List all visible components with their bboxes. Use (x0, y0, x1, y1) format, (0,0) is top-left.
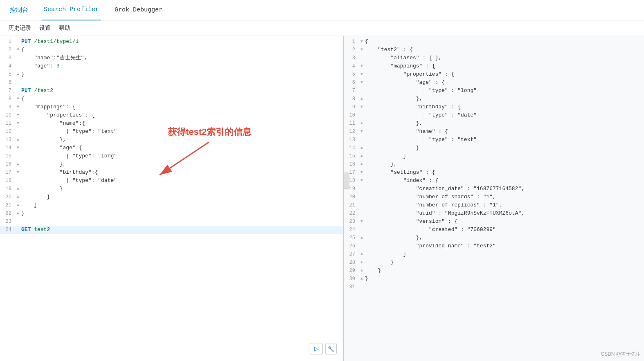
fold-button[interactable]: ▼ (15, 95, 21, 103)
line-content: } (21, 209, 343, 217)
line-number: 23 (0, 217, 15, 226)
code-line: 6▼ "age" : { (344, 78, 644, 87)
line-content: PUT /test2 (21, 87, 343, 95)
line-number: 3 (0, 54, 15, 62)
fold-button[interactable]: ▼ (15, 103, 21, 111)
line-content: "number_of_shards" : "1", (365, 193, 644, 201)
line-number: 13 (0, 136, 15, 144)
code-line: 10▼ "properties": { (0, 111, 343, 119)
fold-button[interactable]: ▼ (15, 144, 21, 152)
fold-button[interactable]: ▲ (15, 193, 21, 201)
fold-button[interactable]: ▲ (15, 201, 21, 209)
code-line: 15 | "type": "long" (0, 152, 343, 160)
code-line: 21 "number_of_replicas" : "1", (344, 201, 644, 209)
fold-button[interactable]: ▲ (15, 70, 21, 78)
left-code-area[interactable]: 1PUT /test1/type1/12▼{3 "name":"吉士先生",4 … (0, 36, 343, 361)
fold-button[interactable]: ▼ (358, 128, 365, 136)
line-number: 4 (344, 62, 358, 70)
code-line: 2▼{ (0, 46, 343, 54)
fold-button[interactable]: ▼ (15, 168, 21, 177)
nav-item-search-profiler[interactable]: Search Profiler (42, 0, 101, 20)
line-number: 14 (344, 144, 358, 152)
main-area: 1PUT /test1/type1/12▼{3 "name":"吉士先生",4 … (0, 36, 644, 361)
menu-settings[interactable]: 设置 (39, 25, 51, 32)
code-line: 16▲ }, (0, 160, 343, 168)
fold-button[interactable]: ▲ (358, 250, 365, 258)
line-content: } (365, 144, 644, 152)
fold-button[interactable]: ▼ (358, 78, 365, 87)
line-number: 16 (0, 160, 15, 168)
fold-button[interactable]: ▲ (358, 119, 365, 128)
fold-button[interactable]: ▲ (358, 95, 365, 103)
top-nav: 控制台 Search Profiler Grok Debugger (0, 0, 644, 20)
code-line: 17▼ "birthday":{ (0, 168, 343, 177)
fold-button[interactable]: ▼ (358, 38, 365, 46)
code-line: 9▼ "birthday" : { (344, 103, 644, 111)
line-number: 5 (344, 70, 358, 78)
fold-button[interactable]: ▼ (15, 119, 21, 128)
line-number: 19 (0, 185, 15, 193)
line-number: 6 (344, 78, 358, 87)
nav-item-grok-debugger[interactable]: Grok Debugger (113, 0, 164, 20)
line-number: 18 (0, 177, 15, 185)
fold-button[interactable]: ▲ (358, 267, 365, 275)
line-content: "version" : { (365, 217, 644, 226)
code-line: 20 "number_of_shards" : "1", (344, 193, 644, 201)
line-content: "settings" : { (365, 168, 644, 177)
line-content: "index" : { (365, 177, 644, 185)
code-line: 22 "uuid" : "NpgizR9hSvKzFTUXMZ6otA", (344, 209, 644, 217)
line-number: 7 (0, 87, 15, 95)
nav-item-console[interactable]: 控制台 (8, 0, 30, 20)
fold-button[interactable]: ▲ (358, 275, 365, 283)
fold-button[interactable]: ▲ (15, 209, 21, 217)
code-line: 3 "name":"吉士先生", (0, 54, 343, 62)
line-number: 10 (344, 111, 358, 119)
line-content: } (365, 250, 644, 258)
fold-button[interactable]: ▼ (358, 168, 365, 177)
line-number: 26 (344, 242, 358, 250)
fold-button[interactable]: ▼ (15, 46, 21, 54)
line-number: 12 (344, 128, 358, 136)
line-number: 31 (344, 283, 358, 291)
fold-button[interactable]: ▲ (15, 185, 21, 193)
line-number: 11 (344, 119, 358, 128)
fold-button[interactable]: ▲ (358, 234, 365, 242)
fold-button[interactable]: ▼ (358, 70, 365, 78)
code-line: 30▲} (344, 275, 644, 283)
fold-button[interactable]: ▲ (358, 144, 365, 152)
line-content: | "type": "long" (21, 152, 343, 160)
menu-help[interactable]: 帮助 (59, 25, 70, 32)
fold-button[interactable]: ▼ (358, 62, 365, 70)
code-line: 17▼ "settings" : { (344, 168, 644, 177)
run-area: ▷ 🔧 (310, 343, 337, 354)
pane-divider[interactable]: ⋮ (344, 173, 349, 189)
fold-button[interactable]: ▲ (358, 160, 365, 168)
line-content: "properties" : { (365, 70, 644, 78)
fold-button[interactable]: ▲ (358, 152, 365, 160)
fold-button[interactable]: ▼ (358, 177, 365, 185)
line-number: 16 (344, 160, 358, 168)
line-content: "age": 3 (21, 62, 343, 70)
line-content: "creation_date" : "1687677164582", (365, 185, 644, 193)
line-content: "name":"吉士先生", (21, 54, 343, 62)
fold-button[interactable]: ▼ (15, 111, 21, 119)
wrench-button[interactable]: 🔧 (325, 343, 337, 354)
code-line: 21▲ } (0, 201, 343, 209)
line-content: } (365, 267, 644, 275)
fold-button[interactable]: ▲ (15, 160, 21, 168)
fold-button[interactable]: ▼ (358, 103, 365, 111)
run-button[interactable]: ▷ (310, 343, 323, 354)
code-line: 27▲ } (344, 250, 644, 258)
fold-button[interactable]: ▼ (358, 217, 365, 226)
line-number: 20 (0, 193, 15, 201)
code-line: 20▲ } (0, 193, 343, 201)
line-number: 21 (0, 201, 15, 209)
right-editor-pane: 1▼{2▼ "test2" : {3 "aliases" : { },4▼ "m… (344, 36, 644, 361)
fold-button[interactable]: ▲ (358, 258, 365, 267)
line-content: } (21, 185, 343, 193)
code-line: 4▼ "mappings" : { (344, 62, 644, 70)
fold-button[interactable]: ▲ (15, 136, 21, 144)
code-line: 14▼ "age":{ (0, 144, 343, 152)
fold-button[interactable]: ▼ (358, 46, 365, 54)
menu-history[interactable]: 历史记录 (8, 25, 31, 32)
